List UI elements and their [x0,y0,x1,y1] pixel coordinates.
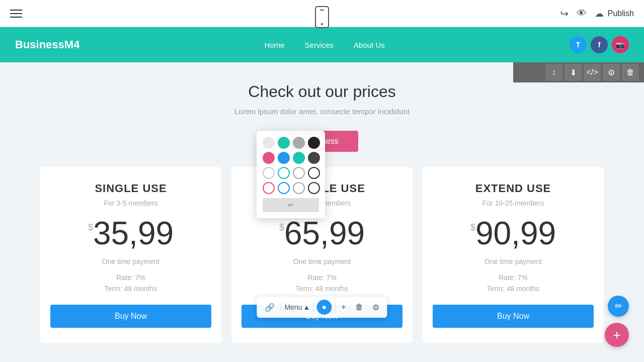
block-reorder-btn[interactable]: ↕ [545,64,562,81]
card-single-price: $ 35,99 [50,217,211,249]
card-extend-title: EXTEND USE [433,182,594,195]
block-code-btn[interactable]: </> [584,64,601,81]
color-swatch-gray[interactable] [293,137,305,149]
block-download-btn[interactable]: ⬇ [565,64,582,81]
ft-link-btn[interactable]: 🔗 [262,301,278,314]
preview-eye-icon[interactable]: 👁 [577,8,587,19]
price-value-0: 35,99 [93,217,174,249]
card-extend-term: Term: 48 months [433,285,594,293]
card-extend: EXTEND USE For 10-25 members $ 90,99 One… [423,167,604,343]
ft-add-btn[interactable]: + [338,301,349,314]
publish-label: Publish [608,9,634,18]
mobile-preview-toggle[interactable] [315,6,329,28]
color-swatch-teal2[interactable] [293,152,305,164]
color-swatch-outline-pink[interactable] [263,182,275,194]
price-dollar-0: $ [88,222,93,233]
nav-social: T f 📷 [570,36,629,53]
phone-dot [321,23,323,25]
nav-bar: BusinessM4 Home Services About Us T f 📷 [0,27,644,62]
buy-btn-extend[interactable]: Buy Now [433,305,594,328]
card-single: SINGLE USE For 3-5 members $ 35,99 One t… [40,167,221,343]
color-swatch-blue[interactable] [278,152,290,164]
card-extend-rate: Rate: 7% [433,274,594,282]
card-multiple-rate: Rate: 7% [242,274,403,282]
color-swatch-outline-gray[interactable] [293,167,305,179]
color-grid [263,137,319,194]
card-multiple-payment: One time payment [242,257,403,265]
ft-separator2 [313,302,313,312]
nav-links: Home Services About Us [265,41,385,49]
publish-cloud-icon: ☁ [595,8,604,19]
edit-fab[interactable]: ✏ [608,296,629,317]
price-dollar-1: $ [279,222,284,233]
card-single-members: For 3-5 members [50,199,211,207]
color-swatch-pink[interactable] [263,152,275,164]
color-swatch-outline-teal[interactable] [278,167,290,179]
card-multiple-price: $ 65,99 [242,217,403,249]
nav-link-services[interactable]: Services [305,41,334,49]
ft-settings-btn[interactable]: ⚙ [369,301,382,314]
color-swatch-outline-gray2[interactable] [293,182,305,194]
card-single-title: SINGLE USE [50,182,211,195]
buy-btn-single[interactable]: Buy Now [50,305,211,328]
floating-toolbar: 🔗 Menu ▲ ● + 🗑 ⚙ [257,297,387,318]
color-swatch-teal[interactable] [278,137,290,149]
color-swatch-outline-blue[interactable] [278,182,290,194]
section-title: Check out our prices [15,82,629,101]
edit-icon-btn[interactable]: ✏ [263,198,319,212]
social-instagram-btn[interactable]: 📷 [612,36,629,53]
ft-color-btn[interactable]: ● [316,300,332,315]
ft-menu-label: Menu [284,303,302,311]
add-fab[interactable]: + [605,323,629,347]
card-single-rate: Rate: 7% [50,274,211,282]
color-swatch-darkgray[interactable] [308,152,320,164]
hamburger-menu[interactable] [10,10,22,18]
ft-separator [281,302,281,312]
phone-icon [315,6,329,28]
color-swatch-outline-dark[interactable] [308,167,320,179]
ft-separator3 [335,302,335,312]
block-toolbar: ↕ ⬇ </> ⚙ 🗑 [513,62,644,82]
price-dollar-2: $ [470,222,475,233]
color-picker-popup: ✏ [257,131,325,218]
card-single-payment: One time payment [50,257,211,265]
card-single-term: Term: 48 months [50,285,211,293]
block-delete-btn[interactable]: 🗑 [622,64,639,81]
ft-menu[interactable]: Menu ▲ [284,303,310,311]
top-toolbar: ↩ 👁 ☁ Publish [0,0,644,27]
price-value-1: 65,99 [284,217,365,249]
card-extend-price: $ 90,99 [433,217,594,249]
color-swatch-outline-dark2[interactable] [308,182,320,194]
nav-link-about[interactable]: About Us [354,41,385,49]
toolbar-right: ↩ 👁 ☁ Publish [560,8,634,20]
social-facebook-btn[interactable]: f [591,36,608,53]
card-extend-payment: One time payment [433,257,594,265]
ft-menu-arrow: ▲ [303,303,310,311]
social-twitter-btn[interactable]: T [570,36,587,53]
card-extend-members: For 10-25 members [433,199,594,207]
nav-link-home[interactable]: Home [265,41,285,49]
section-subtitle: Lorem ipsum dolor amet, consecte tempor … [15,107,629,116]
block-settings-btn[interactable]: ⚙ [603,64,620,81]
card-multiple-term: Term: 48 months [242,285,403,293]
color-swatch-outline-white[interactable] [263,167,275,179]
price-value-2: 90,99 [475,217,556,249]
nav-logo: BusinessM4 [15,38,79,51]
undo-icon[interactable]: ↩ [560,8,569,20]
publish-button[interactable]: ☁ Publish [595,8,634,19]
color-swatch-dark[interactable] [308,137,320,149]
color-swatch-lightgray[interactable] [263,137,275,149]
ft-delete-btn[interactable]: 🗑 [352,301,366,314]
